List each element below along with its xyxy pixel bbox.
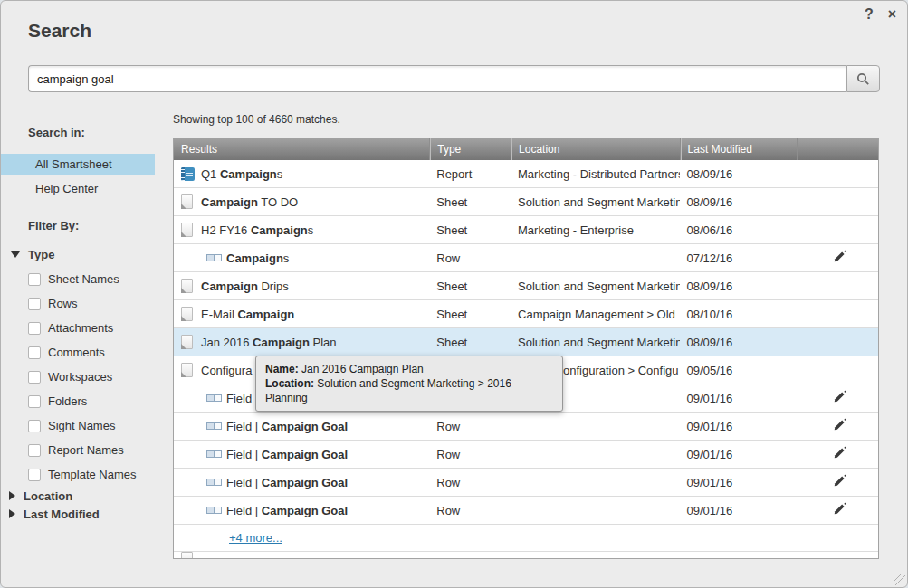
edit-pencil-icon[interactable]: [833, 474, 846, 488]
type-options: Sheet NamesRowsAttachmentsCommentsWorksp…: [1, 267, 169, 487]
sheet-icon: [181, 223, 193, 237]
result-row[interactable]: Field | Campaign GoalRow09/01/16: [174, 413, 878, 441]
result-name-cell: Campaigns: [174, 251, 429, 265]
filter-option-attachments: Attachments: [1, 316, 169, 340]
result-row[interactable]: Jan 2016 Campaign PlanSheetSolution and …: [174, 328, 878, 356]
result-name: Jan 2016 Campaign Plan: [201, 336, 337, 349]
edit-pencil-icon[interactable]: [833, 446, 846, 460]
row-icon: [206, 450, 222, 458]
filter-option-label: Folders: [48, 394, 87, 408]
result-location: Solution and Segment Marketing: [511, 280, 680, 293]
type-group-header[interactable]: Type: [1, 248, 169, 261]
column-header-location[interactable]: Location: [511, 138, 680, 160]
checkbox[interactable]: [28, 298, 41, 310]
row-icon: [206, 422, 222, 430]
collapsed-groups: LocationLast Modified: [1, 487, 169, 523]
filter-option-label: Comments: [48, 346, 105, 359]
checkbox[interactable]: [28, 371, 41, 384]
result-type: Sheet: [429, 280, 511, 293]
filter-option-label: Attachments: [48, 321, 113, 335]
search-in-label: Search in:: [1, 126, 169, 139]
filter-option-folders: Folders: [1, 389, 169, 413]
checkbox[interactable]: [28, 469, 41, 481]
result-actions: [797, 418, 878, 434]
more-results-link[interactable]: +4 more...: [229, 531, 282, 545]
column-header-actions[interactable]: [797, 138, 878, 160]
close-button[interactable]: ×: [888, 6, 896, 23]
scope-list: All SmartsheetHelp Center: [1, 154, 169, 199]
result-name: E-Mail Campaign: [201, 308, 294, 321]
group-header-location[interactable]: Location: [1, 487, 169, 505]
result-row[interactable]: Field | Campaign GoalRow09/01/16: [174, 469, 878, 497]
group-header-last-modified[interactable]: Last Modified: [1, 505, 169, 523]
result-row[interactable]: CampaignsRow07/12/16: [174, 244, 878, 272]
result-type: Row: [429, 504, 511, 517]
edit-pencil-icon[interactable]: [833, 250, 846, 263]
filter-option-label: Report Names: [48, 443, 124, 457]
sheet-icon: [181, 279, 193, 293]
result-type: Row: [429, 251, 511, 265]
sidebar-scope-help-center[interactable]: Help Center: [1, 178, 155, 199]
row-icon: [206, 507, 222, 514]
report-icon: [181, 167, 195, 181]
result-row[interactable]: Campaign DripsSheetSolution and Segment …: [174, 272, 878, 300]
sidebar-scope-all-smartsheet[interactable]: All Smartsheet: [1, 154, 155, 175]
row-icon: [206, 254, 222, 261]
result-row[interactable]: Campaign TO DOSheetSolution and Segment …: [174, 188, 878, 216]
edit-pencil-icon[interactable]: [833, 390, 846, 403]
checkbox[interactable]: [28, 346, 41, 359]
checkbox[interactable]: [28, 420, 41, 432]
edit-pencil-icon[interactable]: [833, 502, 846, 516]
table-header: Results Type Location Last Modified: [174, 138, 878, 160]
search-button[interactable]: [846, 65, 880, 92]
filter-option-report-names: Report Names: [1, 438, 169, 462]
help-button[interactable]: ?: [865, 6, 874, 23]
search-input[interactable]: [28, 65, 846, 92]
edit-pencil-icon[interactable]: [833, 418, 846, 432]
sheet-icon: [181, 335, 193, 349]
checkbox[interactable]: [28, 444, 41, 457]
tooltip-location-label: Location:: [265, 377, 314, 390]
search-icon: [856, 72, 870, 86]
checkbox[interactable]: [28, 395, 41, 408]
result-type: Sheet: [429, 195, 511, 209]
results-body: Q1 CampaignsReportMarketing - Distribute…: [174, 160, 878, 525]
result-row[interactable]: Field | Campaign GoalRow09/01/16: [174, 441, 878, 469]
checkbox[interactable]: [28, 322, 41, 335]
search-dialog: ? × Search Search in: All SmartsheetHelp…: [0, 0, 908, 588]
filter-option-label: Sheet Names: [48, 272, 119, 286]
result-name: Q1 Campaigns: [201, 167, 282, 181]
type-group-label: Type: [28, 248, 54, 261]
result-type: Report: [429, 167, 511, 181]
result-last-modified: 09/01/16: [680, 448, 798, 461]
result-location: Solution and Segment Marketing: [511, 195, 680, 209]
result-last-modified: 08/09/16: [680, 336, 798, 349]
result-type: Sheet: [429, 308, 511, 321]
result-location: Marketing - Distributed Partners: [511, 167, 680, 181]
partial-row: [174, 552, 878, 559]
row-icon: [206, 394, 222, 402]
result-name: Campaigns: [226, 251, 289, 265]
row-icon: [206, 479, 222, 486]
result-name: Field | Campaign Goal: [226, 448, 348, 461]
chevron-down-icon: [11, 251, 20, 258]
checkbox[interactable]: [28, 273, 41, 286]
result-row[interactable]: E-Mail CampaignSheetCampaign Management …: [174, 300, 878, 328]
tooltip-name-value: Jan 2016 Campaign Plan: [301, 363, 424, 375]
result-name: Field | Campaign Goal: [226, 420, 348, 433]
result-actions: [797, 502, 878, 518]
resize-grip-icon[interactable]: [894, 574, 905, 585]
filter-option-template-names: Template Names: [1, 462, 169, 487]
result-row[interactable]: Field | Campaign GoalRow09/01/16: [174, 497, 878, 525]
sheet-icon: [181, 363, 193, 377]
result-last-modified: 08/06/16: [680, 223, 798, 237]
result-last-modified: 08/09/16: [680, 280, 798, 293]
result-type: Row: [429, 476, 511, 489]
column-header-type[interactable]: Type: [429, 138, 511, 160]
column-header-last-modified[interactable]: Last Modified: [680, 138, 798, 160]
result-last-modified: 09/01/16: [680, 392, 798, 405]
result-row[interactable]: H2 FY16 CampaignsSheetMarketing - Enterp…: [174, 216, 878, 244]
filter-option-sheet-names: Sheet Names: [1, 267, 169, 291]
result-row[interactable]: Q1 CampaignsReportMarketing - Distribute…: [174, 160, 878, 188]
column-header-results[interactable]: Results: [174, 138, 429, 160]
